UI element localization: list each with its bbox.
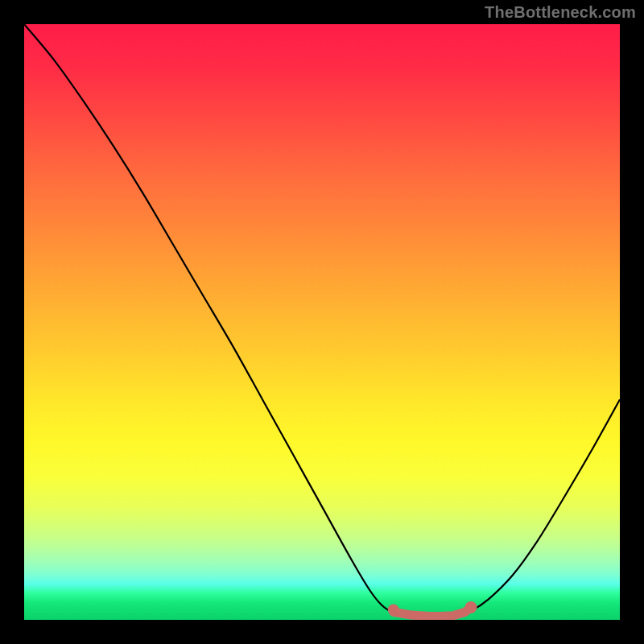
optimal-range-end-marker: [465, 601, 477, 613]
optimal-range-line: [394, 607, 471, 616]
chart-container: TheBottleneck.com: [0, 0, 644, 644]
plot-area: [24, 24, 620, 620]
optimal-point-marker: [388, 604, 399, 615]
optimal-range-markers: [388, 601, 477, 617]
watermark-text: TheBottleneck.com: [485, 3, 636, 22]
bottleneck-curve: [24, 24, 620, 617]
curve-layer: [24, 24, 620, 620]
